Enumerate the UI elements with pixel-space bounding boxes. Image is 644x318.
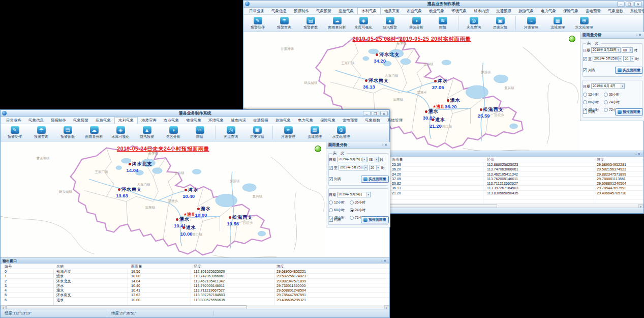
forecast-list-checkbox[interactable]	[329, 218, 333, 222]
station-marker-涔水南支[interactable]: 涔水南支13.63	[118, 186, 142, 198]
minimize-button[interactable]: –	[617, 2, 625, 7]
column-header-经度[interactable]: 经度	[194, 264, 201, 269]
menu-item-日常业务[interactable]: 日常业务	[3, 117, 25, 124]
table-row[interactable]: 2涔水北支14.04113.46210541134229.88234757189…	[1, 279, 389, 283]
menu-item-环境气象[interactable]: 环境气象	[448, 8, 470, 14]
menu-item-水利气象[interactable]: 水利气象	[357, 8, 381, 14]
panel-close-icon[interactable]: ✕	[384, 143, 388, 147]
panel-close-icon[interactable]: ✕	[384, 259, 387, 263]
toolbar-button-river-manage[interactable]: ≈河道管理	[275, 125, 301, 140]
menu-item-交通预报[interactable]: 交通预报	[493, 8, 515, 14]
station-marker-澹水[interactable]: 澹水36.20	[447, 97, 461, 109]
panel-close-icon[interactable]: ✕	[638, 152, 641, 156]
column-header-经度[interactable]: 经度	[487, 157, 494, 162]
map-refresh-button[interactable]	[315, 146, 321, 152]
station-marker-澹水[interactable]: 澹水10.00	[197, 206, 211, 218]
toolbar-button-rain-info[interactable]: ≋雨情	[187, 125, 213, 140]
toolbar-button-flood-warning[interactable]: ▲防汛预警	[377, 15, 403, 31]
toolbar-button-zone-analysis[interactable]: ◑落区分析	[403, 15, 430, 31]
menu-item-日常业务[interactable]: 日常业务	[246, 8, 268, 14]
obs-list-checkbox[interactable]	[329, 177, 333, 181]
forecast-rainfall-button[interactable]: 预报面雨量	[361, 216, 389, 223]
menu-item-气象预警[interactable]: 气象预警	[313, 8, 335, 14]
toolbar-button-warning-create[interactable]: ✎预警制作	[244, 15, 271, 31]
station-marker-道水[interactable]: 道水21.20	[432, 117, 445, 129]
menu-item-雷电预警[interactable]: 雷电预警	[582, 8, 604, 14]
obs-end-date-select[interactable]: 2019年 5月25日▾	[593, 56, 622, 62]
toolbar-button-basin-manage[interactable]: ▦流域管理	[301, 125, 328, 140]
station-marker-涔水北支[interactable]: 涔水北支14.04	[129, 161, 152, 173]
column-header-编号[interactable]: 编号	[5, 264, 12, 269]
radio-24小时[interactable]: 24小时	[350, 208, 370, 213]
radio-12小时[interactable]: 12小时	[583, 92, 603, 97]
toolbar-button-warning-params[interactable]: ▤预警参数	[297, 15, 324, 31]
menu-item-保险气象[interactable]: 保险气象	[560, 8, 582, 14]
station-marker-涔水北支[interactable]: 涔水北支34.20	[376, 51, 400, 64]
menu-item-环境气象[interactable]: 环境气象	[205, 117, 227, 124]
title-bar[interactable]: 澧县业务制作系统 – ❐ ✕	[243, 1, 643, 8]
close-button[interactable]: ✕	[380, 111, 388, 116]
table-row[interactable]: 6道水10.00113.83057555063529.406605295321	[1, 298, 389, 302]
station-marker-道水[interactable]: 道水10.00	[182, 224, 196, 237]
station-marker-涔水南支[interactable]: 涔水南支36.13	[365, 77, 389, 90]
menu-item-气象指数[interactable]: 气象指数	[604, 8, 627, 14]
toolbar-button-area-rainfall-analysis[interactable]: ☁面雨量分析	[324, 15, 350, 31]
toolbar-button-warning-params[interactable]: ▤预警参数	[54, 125, 81, 140]
menu-item-牧业气象[interactable]: 牧业气象	[425, 8, 448, 14]
toolbar-button-warning-query[interactable]: ☂预警查询	[28, 125, 54, 140]
table-row[interactable]: 0松滋西支19.56112.80162562502029.68905485322…	[1, 269, 389, 274]
menu-item-地质灾害[interactable]: 地质灾害	[138, 117, 160, 124]
toolbar-button-basin-manage[interactable]: ▦流域管理	[544, 15, 571, 31]
menu-item-预报制作[interactable]: 预报制作	[47, 117, 70, 124]
menu-item-系统管理[interactable]: 系统管理	[627, 8, 644, 14]
obs-list-checkbox[interactable]	[583, 68, 587, 72]
window-forecast-rainfall[interactable]: 澧县业务制作系统 – ❐ ✕ 日常业务气象信息预报制作气象预警应急气象水利气象地…	[0, 109, 390, 318]
toolbar-button-warning-query[interactable]: ☂预警查询	[271, 15, 297, 31]
toolbar-button-disaster-point-query[interactable]: ◎灾点查询	[218, 125, 244, 140]
radio-36小时[interactable]: 36小时	[604, 92, 624, 97]
restore-button[interactable]: ❐	[626, 2, 633, 7]
toolbar-button-river-manage[interactable]: ≈河道管理	[518, 15, 544, 31]
toolbar-button-flood-warning[interactable]: ▲防汛预警	[134, 125, 160, 140]
radio-60小时[interactable]: 60小时	[583, 100, 603, 105]
toolbar-button-history-disaster[interactable]: ▣历史灾情	[244, 125, 270, 140]
forecast-rainfall-button[interactable]: 预报面雨量	[615, 108, 643, 115]
menu-item-气象预警[interactable]: 气象预警	[70, 117, 92, 124]
toolbar-button-rain-info[interactable]: ≋雨情	[430, 15, 456, 31]
obs-start-hour-select[interactable]: 08▾	[622, 47, 633, 53]
column-header-纬度[interactable]: 纬度	[277, 264, 284, 269]
panel-close-icon[interactable]: ✕	[638, 33, 642, 37]
radio-60小时[interactable]: 60小时	[329, 208, 349, 213]
menu-item-交通预报[interactable]: 交通预报	[250, 117, 272, 124]
title-bar[interactable]: 澧县业务制作系统 – ❐ ✕	[1, 110, 389, 117]
map-refresh-button[interactable]	[569, 36, 575, 42]
table-row[interactable]: 4澧水10.41113.71121966752729.608801248504	[1, 288, 389, 293]
menu-item-旅游气象[interactable]: 旅游气象	[515, 8, 537, 14]
menu-item-农业气象[interactable]: 农业气象	[403, 8, 425, 14]
toolbar-button-zone-analysis[interactable]: ◑落区分析	[160, 125, 187, 140]
toolbar-button-history-disaster[interactable]: ▣历史灾情	[487, 15, 513, 31]
toolbar-button-area-rainfall-analysis[interactable]: ☁面雨量分析	[81, 125, 107, 140]
menu-item-系统管理[interactable]: 系统管理	[384, 117, 406, 124]
toolbar-button-warning-create[interactable]: ✎预警制作	[2, 125, 28, 140]
restore-button[interactable]: ❐	[372, 111, 379, 116]
table-row[interactable]: 1澹水10.00113.74706306606129.582256174823	[1, 274, 389, 278]
obs-date-select[interactable]: 2019年 5月25日▾	[591, 47, 621, 53]
obs-end-hour-select[interactable]: 20▾	[623, 56, 634, 62]
obs-end-date-select[interactable]: 2019年 5月25日▾	[339, 165, 368, 170]
to-checkbox[interactable]	[583, 57, 587, 61]
station-marker-松滋西支[interactable]: 松滋西支19.56	[229, 214, 253, 226]
station-marker-涔水[interactable]: 涔水10.40	[185, 187, 198, 199]
forecast-list-checkbox[interactable]	[583, 110, 587, 114]
toolbar-button-reservoir-visual[interactable]: ◈水库可视化	[350, 15, 377, 31]
menu-item-气象信息[interactable]: 气象信息	[25, 117, 47, 124]
forecast-date-select[interactable]: 2019年 5月24日▾	[337, 192, 371, 197]
column-header-面雨量[interactable]: 面雨量	[131, 264, 142, 269]
menu-item-水利气象[interactable]: 水利气象	[114, 117, 138, 124]
menu-item-气象信息[interactable]: 气象信息	[268, 8, 290, 14]
radio-24小时[interactable]: 24小时	[604, 100, 624, 105]
menu-item-电力气象[interactable]: 电力气象	[294, 117, 317, 124]
menu-item-应急气象[interactable]: 应急气象	[335, 8, 357, 14]
menu-item-电力气象[interactable]: 电力气象	[537, 8, 560, 14]
menu-item-地质灾害[interactable]: 地质灾害	[381, 8, 403, 14]
